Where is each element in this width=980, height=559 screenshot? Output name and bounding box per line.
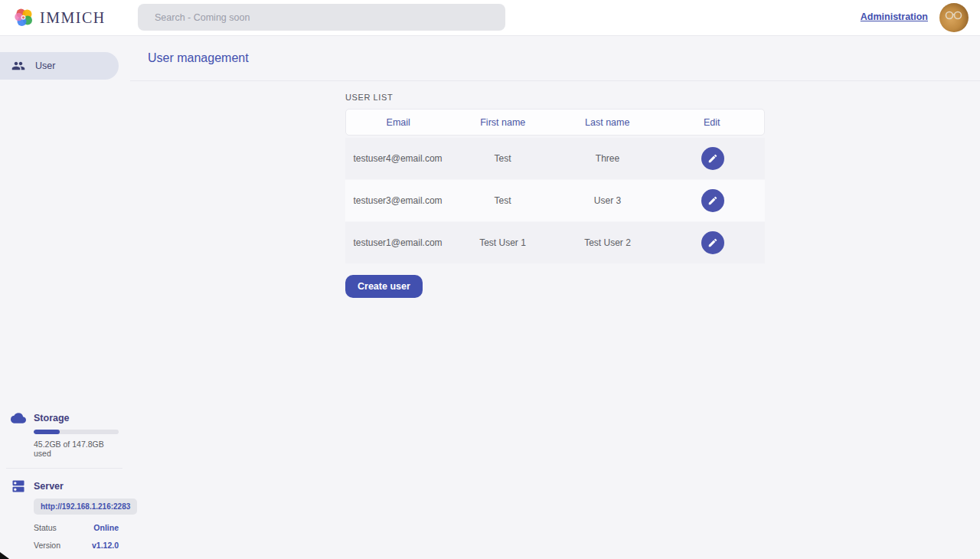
main-area: User management USER LIST Email First na… — [130, 36, 980, 559]
cell-email: testuser4@email.com — [345, 153, 450, 164]
column-header-first-name: First name — [451, 117, 556, 128]
pencil-icon — [707, 237, 718, 248]
server-version-row: Version v1.12.0 — [34, 541, 119, 550]
cell-first-name: Test — [450, 195, 555, 206]
table-header-row: Email First name Last name Edit — [345, 109, 765, 136]
cell-email: testuser1@email.com — [345, 237, 450, 248]
status-value: Online — [93, 523, 119, 532]
pencil-icon — [707, 153, 718, 164]
storage-progress-bar — [34, 430, 119, 434]
server-title: Server — [34, 479, 119, 492]
cell-last-name: Three — [555, 153, 660, 164]
administration-link[interactable]: Administration — [861, 11, 928, 22]
column-header-email: Email — [346, 117, 451, 128]
status-label: Status — [34, 523, 57, 532]
sidebar-footer: Storage 45.2GB of 147.8GB used Server ht… — [0, 410, 130, 559]
storage-section: Storage 45.2GB of 147.8GB used — [0, 410, 130, 458]
immich-flower-icon — [14, 8, 34, 28]
cell-last-name: Test User 2 — [555, 237, 660, 248]
app-logo[interactable]: IMMICH — [0, 8, 124, 28]
storage-usage-text: 45.2GB of 147.8GB used — [34, 440, 119, 458]
glasses-icon — [944, 11, 964, 20]
user-table-body: testuser4@email.com Test Three testuser3… — [345, 138, 765, 263]
edit-user-button[interactable] — [701, 231, 724, 254]
edit-user-button[interactable] — [701, 189, 724, 212]
page-title: User management — [148, 51, 249, 65]
version-value: v1.12.0 — [92, 541, 119, 550]
storage-progress-fill — [34, 430, 60, 434]
storage-title: Storage — [34, 410, 119, 423]
table-row: testuser4@email.com Test Three — [345, 138, 765, 179]
sidebar: User Storage 45.2GB of 147.8GB used Serv… — [0, 36, 130, 559]
cell-first-name: Test User 1 — [450, 237, 555, 248]
create-user-button[interactable]: Create user — [345, 275, 423, 298]
dns-server-icon — [11, 479, 26, 494]
server-url-badge: http://192.168.1.216:2283 — [34, 499, 137, 515]
cell-first-name: Test — [450, 153, 555, 164]
page-header: User management — [130, 36, 980, 81]
search-input[interactable] — [138, 4, 505, 31]
user-avatar[interactable] — [939, 3, 969, 32]
user-list-label: USER LIST — [345, 93, 765, 102]
cell-email: testuser3@email.com — [345, 195, 450, 206]
table-row: testuser3@email.com Test User 3 — [345, 180, 765, 221]
cloud-icon — [11, 410, 26, 426]
sidebar-item-user[interactable]: User — [0, 52, 119, 80]
people-icon — [11, 59, 25, 73]
search-bar[interactable] — [138, 4, 505, 31]
column-header-edit: Edit — [660, 117, 765, 128]
version-label: Version — [34, 541, 60, 550]
sidebar-divider — [6, 468, 122, 469]
top-bar: IMMICH Administration — [0, 0, 980, 36]
table-row: testuser1@email.com Test User 1 Test Use… — [345, 222, 765, 263]
column-header-last-name: Last name — [555, 117, 660, 128]
pencil-icon — [707, 195, 718, 206]
edit-user-button[interactable] — [701, 147, 724, 170]
user-list-panel: USER LIST Email First name Last name Edi… — [345, 93, 765, 298]
sidebar-item-label: User — [35, 60, 55, 71]
server-section: Server http://192.168.1.216:2283 Status … — [0, 479, 130, 550]
app-title: IMMICH — [40, 9, 106, 27]
server-status-row: Status Online — [34, 523, 119, 532]
cell-last-name: User 3 — [555, 195, 660, 206]
